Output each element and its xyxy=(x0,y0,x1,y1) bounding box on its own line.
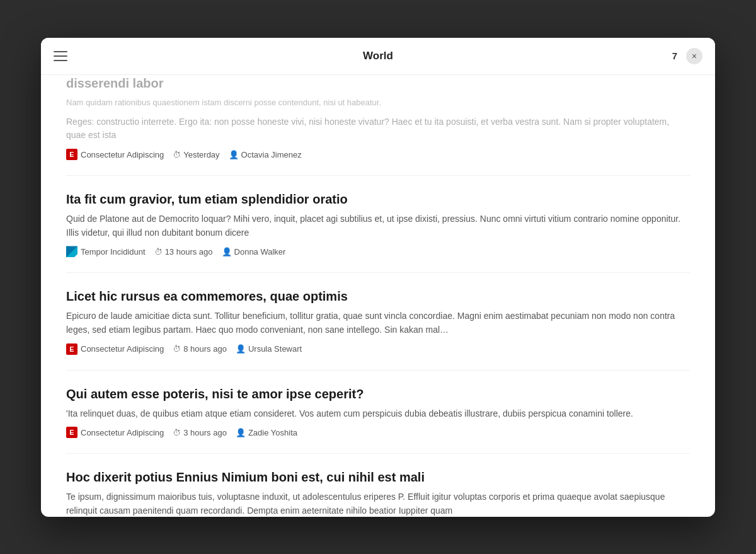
clock-icon: ⏱ xyxy=(173,150,181,159)
article-author: 👤 Ursula Stewart xyxy=(236,344,302,354)
article-time: ⏱ 8 hours ago xyxy=(173,344,227,354)
article-meta: E Consectetur Adipiscing ⏱ 3 hours ago 👤… xyxy=(66,427,690,438)
article-meta: E Consectetur Adipiscing ⏱ 8 hours ago 👤… xyxy=(66,343,690,355)
author-name: Zadie Yoshita xyxy=(248,428,297,437)
article-source: E Consectetur Adipiscing xyxy=(66,149,164,160)
article-title: Licet hic rursus ea commemores, quae opt… xyxy=(66,288,690,304)
clock-icon: ⏱ xyxy=(173,344,181,354)
titlebar-right: 7 × xyxy=(672,48,702,64)
article-title: Ita fit cum gravior, tum etiam splendidi… xyxy=(66,191,690,207)
article-time: ⏱ 3 hours ago xyxy=(173,428,227,437)
source-label: Tempor Incididunt xyxy=(81,247,146,257)
article-list: disserendi labor Nam quidam rationibus q… xyxy=(41,75,715,517)
article-source: Tempor Incididunt xyxy=(66,246,146,257)
unread-badge: 7 xyxy=(672,50,677,61)
author-name: Donna Walker xyxy=(234,247,286,257)
source-label: Consectetur Adipiscing xyxy=(81,150,164,159)
article-author: 👤 Octavia Jimenez xyxy=(229,150,302,159)
source-icon-e: E xyxy=(66,149,77,160)
time-value: 3 hours ago xyxy=(183,428,227,437)
source-icon-tempor xyxy=(66,246,77,257)
time-value: Yesterday xyxy=(183,150,219,159)
titlebar-left xyxy=(54,51,75,61)
article-time: ⏱ 13 hours ago xyxy=(154,247,213,257)
article-time: ⏱ Yesterday xyxy=(173,150,219,159)
titlebar: World 7 × xyxy=(41,38,715,75)
article-excerpt: Epicuro de laude amicitiae dicta sunt. T… xyxy=(66,309,690,337)
main-window: World 7 × disserendi labor Nam quidam ra… xyxy=(41,38,715,517)
article-source: E Consectetur Adipiscing xyxy=(66,427,164,438)
article-meta: Tempor Incididunt ⏱ 13 hours ago 👤 Donna… xyxy=(66,246,690,257)
article-author: 👤 Donna Walker xyxy=(222,247,286,257)
source-icon-e: E xyxy=(66,343,77,355)
sidebar-toggle-button[interactable] xyxy=(54,51,67,61)
person-icon: 👤 xyxy=(236,428,246,437)
time-value: 8 hours ago xyxy=(183,344,227,354)
article-excerpt: Nam quidam rationibus quaestionem istam … xyxy=(66,96,690,109)
list-item[interactable]: Qui autem esse poteris, nisi te amor ips… xyxy=(66,371,690,454)
person-icon: 👤 xyxy=(229,150,239,159)
list-item[interactable]: Hoc dixerit potius Ennius Nimium boni es… xyxy=(66,454,690,516)
article-source: E Consectetur Adipiscing xyxy=(66,343,164,355)
article-title: disserendi labor xyxy=(66,75,690,91)
article-excerpt: 'Ita relinquet duas, de quibus etiam atq… xyxy=(66,407,690,421)
article-excerpt-2: Reges: constructio interrete. Ergo ita: … xyxy=(66,115,690,142)
source-label: Consectetur Adipiscing xyxy=(81,428,164,437)
window-title: World xyxy=(363,50,393,62)
author-name: Octavia Jimenez xyxy=(241,150,302,159)
article-excerpt: Quid de Platone aut de Democrito loquar?… xyxy=(66,212,690,239)
close-button[interactable]: × xyxy=(686,48,702,64)
author-name: Ursula Stewart xyxy=(248,344,302,354)
article-title: Hoc dixerit potius Ennius Nimium boni es… xyxy=(66,469,690,485)
clock-icon: ⏱ xyxy=(173,428,181,437)
article-title: Qui autem esse poteris, nisi te amor ips… xyxy=(66,386,690,402)
person-icon: 👤 xyxy=(222,247,232,257)
article-author: 👤 Zadie Yoshita xyxy=(236,428,297,437)
article-meta: E Consectetur Adipiscing ⏱ Yesterday 👤 O… xyxy=(66,149,690,160)
clock-icon: ⏱ xyxy=(154,247,163,257)
list-item: disserendi labor Nam quidam rationibus q… xyxy=(66,75,690,176)
source-label: Consectetur Adipiscing xyxy=(81,344,164,354)
source-icon-e: E xyxy=(66,427,77,438)
person-icon: 👤 xyxy=(236,344,246,354)
list-item[interactable]: Ita fit cum gravior, tum etiam splendidi… xyxy=(66,176,690,273)
article-excerpt: Te ipsum, dignissimum maioribus tuis, vo… xyxy=(66,490,690,516)
time-value: 13 hours ago xyxy=(165,247,213,257)
list-item[interactable]: Licet hic rursus ea commemores, quae opt… xyxy=(66,273,690,370)
